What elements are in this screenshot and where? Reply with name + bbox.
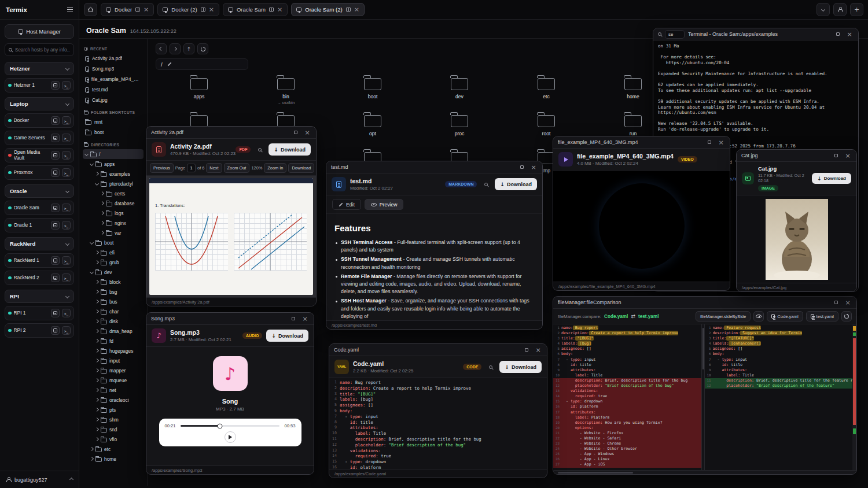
page-number-input[interactable] [187,164,196,172]
zoom-in-button[interactable]: Zoom In [264,163,286,173]
tree-item[interactable]: apps [83,159,144,169]
host-group-header[interactable]: RackNerd [5,237,74,250]
download-button[interactable]: Download [812,173,851,184]
path-bar[interactable]: / [156,58,248,70]
close-button[interactable] [301,315,309,323]
terminal-titlebar[interactable]: Terminal - Oracle Sam:/apps/examples [653,28,858,40]
tree-item[interactable]: nginx [83,218,144,228]
profile-button[interactable] [833,3,847,16]
host-item[interactable]: Game Servers [5,131,74,145]
host-group-header[interactable]: Hetzner [5,62,74,75]
breadcrumb[interactable]: / [161,61,163,68]
download-button[interactable]: Download [499,361,542,373]
terminal-button[interactable] [62,116,71,125]
close-button[interactable] [717,138,725,146]
folder-item[interactable]: etc [503,75,590,112]
user-menu[interactable]: bugattiguy527 [0,471,79,488]
host-item[interactable]: RackNerd 1 [5,253,74,268]
expand-button[interactable] [289,315,297,323]
tree-item[interactable]: / [83,149,144,159]
close-button[interactable] [534,346,542,354]
refresh-button[interactable] [197,43,208,54]
folder-item[interactable]: apps [156,75,242,112]
terminal-search-input[interactable] [668,32,681,37]
tree-item[interactable]: disk [83,316,144,326]
file-manager-button[interactable] [51,326,60,335]
tree-item[interactable]: certs [83,188,144,198]
file-manager-button[interactable] [51,168,60,177]
video-titlebar[interactable]: file_example_MP4_640_3MG.mp4 [553,136,730,149]
terminal-button[interactable] [62,326,71,335]
tree-item[interactable]: hugepages [83,346,144,356]
tree-item[interactable]: block [83,277,144,287]
diff-scrollbar[interactable] [701,324,705,470]
expand-button[interactable] [705,138,713,146]
collapse-button[interactable] [816,3,830,16]
tree-item[interactable]: database [83,198,144,208]
edit-path-icon[interactable] [167,62,171,66]
host-item[interactable]: Oracle Sam [5,201,74,215]
recent-file-item[interactable]: Cat.jpg [83,95,144,105]
expand-button[interactable] [832,151,840,160]
host-group-header[interactable]: Laptop [5,97,74,110]
new-tab-button[interactable] [850,3,863,16]
tree-item[interactable]: var [83,228,144,238]
search-in-file-button[interactable] [486,362,495,372]
host-item[interactable]: Proxmox [5,165,74,180]
tree-item[interactable]: snd [83,424,144,434]
next-page-button[interactable]: Next [206,163,222,173]
close-button[interactable] [844,298,852,306]
split-icon[interactable] [269,8,274,12]
tree-item[interactable]: input [83,356,144,365]
split-icon[interactable] [346,8,351,12]
close-button[interactable] [303,128,311,136]
right-file-button[interactable]: test.yaml [806,311,838,321]
edit-button[interactable]: Edit [332,199,361,210]
tree-item[interactable]: shm [83,415,144,424]
folder-item[interactable]: proc [416,112,503,149]
recent-file-item[interactable]: Activity 2a.pdf [83,53,144,64]
expand-button[interactable] [292,128,300,136]
tree-item[interactable]: dma_heap [83,326,144,336]
host-item[interactable]: Docker [5,113,74,128]
tree-item[interactable]: boot [83,238,144,247]
folder-item[interactable]: bin → usr/bin [242,75,329,112]
seek-thumb[interactable] [218,423,223,428]
host-item[interactable]: RackNerd 2 [5,271,74,285]
markdown-titlebar[interactable]: test.md [326,161,542,173]
preview-toggle-button[interactable] [753,311,764,321]
tree-item[interactable]: logs [83,208,144,218]
zoom-out-button[interactable]: Zoom Out [224,163,250,173]
folder-item[interactable]: boot [329,75,416,112]
terminal-button[interactable] [62,309,71,317]
host-search-input[interactable] [15,47,70,53]
home-button[interactable] [84,3,97,16]
up-button[interactable] [183,43,194,54]
left-file-button[interactable]: Code.yaml [767,311,803,321]
file-manager-button[interactable] [51,81,60,90]
search-in-file-button[interactable] [255,145,264,154]
file-manager-button[interactable] [51,116,60,125]
audio-titlebar[interactable]: Song.mp3 [146,313,314,325]
diff-left-pane[interactable]: 1 name: Bug report 2 description: Create… [553,324,701,470]
close-button[interactable] [529,163,538,171]
image-viewer[interactable] [737,195,856,283]
file-manager-button[interactable] [51,204,60,212]
tree-item[interactable]: efi [83,247,144,257]
host-group-header[interactable]: RPI [5,290,74,303]
close-button[interactable] [844,151,852,160]
tree-item[interactable]: bsg [83,287,144,297]
split-icon[interactable] [135,8,140,12]
file-manager-button[interactable] [51,309,60,317]
tree-item[interactable]: etc [83,444,144,454]
tree-item[interactable]: pts [83,405,144,415]
horizontal-scrollbar[interactable] [553,470,856,474]
expand-button[interactable] [834,30,842,38]
terminal-button[interactable] [62,204,71,212]
diff-right-pane[interactable]: 1 name: Feature request 2 description: S… [705,324,853,470]
host-group-header[interactable]: Oracle [5,184,74,198]
file-manager-button[interactable] [51,273,60,282]
expand-button[interactable] [518,163,526,171]
expand-button[interactable] [832,298,840,306]
search-icon[interactable] [658,32,661,36]
